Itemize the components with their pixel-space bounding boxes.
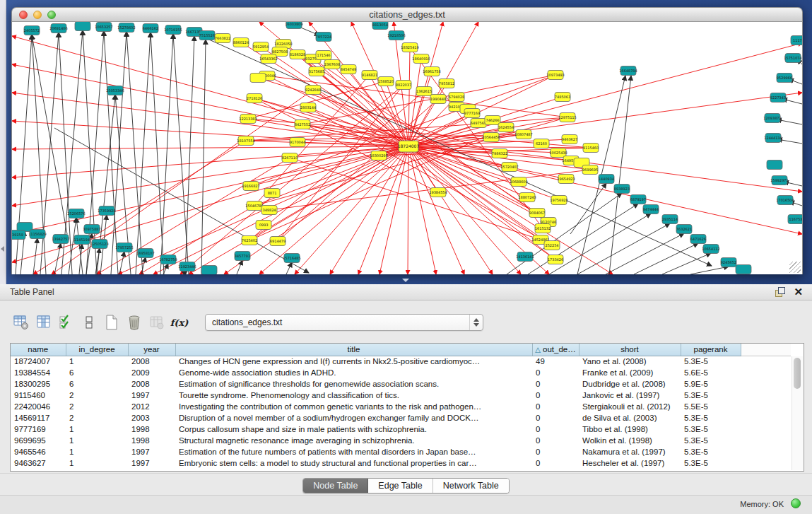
table-cell: 9115460 [11, 390, 66, 401]
function-button[interactable]: f(x) [170, 313, 189, 332]
graph-node-label: 2803144 [300, 105, 316, 110]
column-header-year[interactable]: year [128, 344, 175, 356]
column-header-title[interactable]: title [175, 344, 532, 356]
table-cell: Yano et al. (2008) [579, 356, 681, 367]
graph-node-label: 1440934 [599, 177, 614, 181]
window-titlebar[interactable]: citations_edges.txt [11, 7, 803, 22]
graph-edge [111, 32, 126, 274]
graph-node-label: 7955812 [439, 81, 454, 86]
graph-node-label: 15992971 [770, 178, 788, 182]
graph-node[interactable] [75, 22, 90, 31]
graph-edge [139, 206, 254, 274]
panel-expand-arrow-icon[interactable] [1, 246, 4, 252]
citation-network-graph[interactable]: 2405572206914061065325715278602646616210… [12, 22, 802, 274]
graph-node-label: 1624554 [498, 125, 514, 129]
table-row[interactable]: 969969511998Structural magnetic resonanc… [11, 435, 791, 446]
table-row[interactable]: 977716911998Corpus callosum shape and si… [11, 424, 791, 435]
select-rows-check-icon [59, 315, 74, 330]
graph-node-label: 1990448 [430, 97, 446, 101]
select-rows-check-button[interactable] [57, 313, 76, 332]
graph-node-label: 10973493 [546, 73, 564, 77]
table-cell: Investigating the contribution of common… [175, 401, 532, 412]
table-row[interactable]: 2242004622012Investigating the contribut… [11, 401, 791, 412]
table-row[interactable]: 911546021997Tourette syndrome. Phenomeno… [11, 390, 791, 401]
status-bar: Memory: OK [0, 495, 812, 514]
column-header-name[interactable]: name [11, 344, 66, 356]
tab-network-table[interactable]: Network Table [433, 479, 509, 493]
table-selector-dropdown[interactable]: citations_edges.txt [205, 314, 483, 331]
graph-node-label: 8938923 [614, 187, 630, 191]
graph-node-label: 252254 [545, 243, 558, 247]
new-document-button[interactable] [102, 313, 121, 332]
table-settings-button[interactable] [11, 313, 30, 332]
table-cell: 9465546 [11, 446, 66, 457]
graph-node-label: 19384554 [429, 190, 447, 194]
graph-node-label: 0993 [259, 223, 269, 227]
table-row[interactable]: 1456911722003Disruption of a novel membe… [11, 412, 791, 424]
graph-edge [570, 183, 606, 234]
graph-node-label: 30975887 [83, 227, 100, 231]
table-cell: 0 [532, 390, 579, 401]
show-columns-button[interactable] [34, 313, 53, 332]
column-header-in-degree[interactable]: in_degree [66, 344, 128, 356]
graph-node-label: 171546 [317, 53, 330, 57]
graph-node-label: 10719155 [164, 28, 182, 32]
graph-node-label: 16033809 [285, 22, 302, 26]
graph-node-label: 2935114 [662, 217, 678, 221]
row-height-button[interactable] [79, 313, 98, 332]
close-panel-icon[interactable]: ✕ [794, 286, 803, 298]
close-traffic-light-icon[interactable] [19, 11, 28, 19]
table-cell: 9699695 [11, 435, 66, 446]
graph-node-label: 116753 [789, 217, 802, 221]
scrollbar-thumb[interactable] [794, 358, 801, 389]
table-cell [741, 378, 791, 390]
graph-node-label: 39159 [12, 233, 23, 237]
table-cell: Wolkin et al. (1998) [579, 435, 681, 446]
splitter-collapse-icon[interactable] [402, 279, 409, 282]
column-header-filler [741, 344, 791, 356]
zoom-traffic-light-icon[interactable] [47, 11, 56, 19]
graph-node-label: 62160 [536, 141, 547, 146]
graph-edge [662, 253, 711, 274]
graph-node-label: 8454749 [341, 67, 356, 71]
tab-edge-table[interactable]: Edge Table [368, 479, 433, 493]
delete-trash-button[interactable] [124, 313, 143, 332]
graph-node[interactable] [767, 160, 782, 170]
graph-edge [12, 64, 408, 146]
graph-node-label: 6497568 [471, 121, 486, 125]
graph-node-label: 8267110 [282, 156, 298, 160]
table-row[interactable]: 1938455462009Genome-wide association stu… [11, 367, 791, 378]
table-row[interactable]: 1872400712008Changes of HCN gene express… [11, 356, 791, 367]
table-row[interactable]: 946554611997Estimation of the future num… [11, 446, 791, 457]
table-cell: 1997 [128, 446, 175, 457]
collapsed-control-panel[interactable] [0, 0, 6, 284]
graph-node-label: 2718126 [247, 96, 262, 100]
graph-node-label: 16961758 [423, 69, 440, 74]
float-panel-icon[interactable] [775, 287, 785, 297]
graph-node[interactable] [201, 266, 217, 275]
graph-node-label: 19756928 [550, 198, 567, 202]
vertical-scrollbar[interactable] [792, 356, 803, 470]
resize-grip-icon[interactable] [789, 262, 801, 273]
graph-node-label: 1615132 [535, 226, 551, 230]
network-canvas[interactable]: 2405572206914061065325715278602646616210… [11, 22, 803, 274]
import-table-button [147, 313, 166, 332]
table-cell: Genome-wide association studies in ADHD. [175, 367, 532, 378]
column-header-out-de[interactable]: △out_de… [532, 344, 579, 356]
graph-node-label: 1588520 [378, 79, 394, 83]
graph-node[interactable] [250, 74, 266, 83]
table-cell: 1997 [128, 457, 175, 469]
table-cell: 1997 [128, 390, 175, 401]
table-cell [741, 356, 791, 367]
table-cell: 1998 [128, 424, 175, 435]
graph-node-label: 18300295 [370, 153, 387, 158]
graph-node[interactable] [736, 265, 751, 274]
graph-node-label: 9245652 [721, 260, 736, 264]
minimize-traffic-light-icon[interactable] [33, 11, 42, 19]
column-header-pagerank[interactable]: pagerank [681, 344, 741, 356]
graph-edge [237, 260, 242, 274]
table-row[interactable]: 946362711997Embryonic stem cells: a mode… [11, 457, 791, 469]
table-row[interactable]: 1830029562008Estimation of significance … [11, 378, 791, 390]
column-header-short[interactable]: short [579, 344, 681, 356]
tab-node-table[interactable]: Node Table [303, 479, 368, 493]
